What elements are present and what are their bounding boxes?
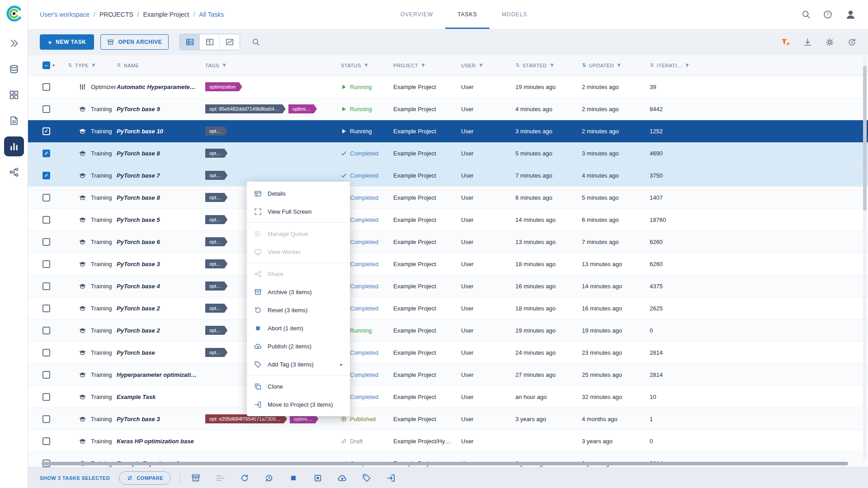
task-name[interactable]: Example Task <box>117 394 205 400</box>
help-icon[interactable]: ? <box>823 10 832 19</box>
menu-item-add-tag-3-items[interactable]: Add Tag (3 items)▸ <box>247 355 350 373</box>
task-name[interactable]: Hyperparameter optimizati… <box>117 371 205 378</box>
task-name[interactable]: PyTorch base 7 <box>117 172 205 179</box>
task-name[interactable]: PyTorch base <box>117 349 205 356</box>
filter-icon[interactable] <box>421 63 425 68</box>
column-header-type[interactable]: ⇅TYPE <box>68 62 117 68</box>
table-row[interactable]: TrainingPyTorch base 4opt…CompletedExamp… <box>28 275 868 297</box>
column-header-updated[interactable]: ⇅UPDATED <box>582 62 650 68</box>
breadcrumb-item-example-project[interactable]: Example Project <box>143 11 189 18</box>
new-task-button[interactable]: + NEW TASK <box>40 34 94 50</box>
column-header-started[interactable]: ⇅STARTED <box>515 62 582 68</box>
row-checkbox[interactable]: ✓ <box>42 127 50 135</box>
selection-menu-caret-icon[interactable]: ▾ <box>52 63 55 68</box>
table-row[interactable]: TrainingPyTorch base 2opt…CompletedExamp… <box>28 297 868 319</box>
column-header-name[interactable]: ⇅NAME <box>117 62 205 68</box>
row-checkbox[interactable]: ✓ <box>42 172 50 179</box>
column-header-iterations[interactable]: ⇅ITERATI… <box>650 62 868 68</box>
vertical-scrollbar-thumb[interactable] <box>863 66 867 211</box>
table-row[interactable]: TrainingPyTorch base 2opt…RunningExample… <box>28 319 868 342</box>
task-name[interactable]: PyTorch base 2 <box>117 327 205 334</box>
sidebar-item-projects[interactable] <box>4 85 24 105</box>
table-row[interactable]: TrainingPyTorch base 8opt…CompletedExamp… <box>28 187 868 209</box>
row-checkbox[interactable] <box>42 393 50 401</box>
row-checkbox[interactable] <box>42 194 50 202</box>
breadcrumb-item-projects[interactable]: PROJECTS <box>99 11 133 18</box>
compare-button[interactable]: COMPARE <box>119 471 171 485</box>
row-checkbox[interactable] <box>42 83 50 91</box>
breadcrumb-item-all-tasks[interactable]: All Tasks <box>199 11 224 18</box>
selected-count-label[interactable]: SHOW 3 TASKS SELECTED <box>40 475 110 481</box>
table-row[interactable]: ✓TrainingPyTorch base 10opt…RunningExamp… <box>28 120 868 142</box>
sort-icon[interactable]: ⇅ <box>117 62 121 68</box>
menu-item-archive-3-items[interactable]: Archive (3 items) <box>247 283 350 301</box>
row-checkbox[interactable] <box>42 305 50 312</box>
search-icon[interactable] <box>252 38 260 46</box>
task-name[interactable]: PyTorch base 8 <box>117 194 205 201</box>
card-view-button[interactable] <box>200 34 220 50</box>
publish-action-icon[interactable] <box>338 474 347 483</box>
sidebar-item-pipelines[interactable] <box>4 162 24 182</box>
tab-models[interactable]: MODELS <box>490 0 540 29</box>
filter-icon[interactable] <box>617 63 621 68</box>
row-checkbox[interactable] <box>42 105 50 113</box>
menu-item-abort-1-item[interactable]: Abort (1 item) <box>247 319 350 337</box>
menu-item-view-full-screen[interactable]: View Full Screen <box>247 202 350 221</box>
gear-icon[interactable] <box>826 38 834 47</box>
table-row[interactable]: TrainingPyTorch base 9opt: 85e5482ddd714… <box>28 98 868 120</box>
horizontal-scrollbar[interactable] <box>42 462 848 465</box>
row-checkbox[interactable] <box>42 437 50 445</box>
sidebar-item-getting-started[interactable] <box>4 33 24 53</box>
row-checkbox[interactable] <box>42 260 50 268</box>
sort-icon[interactable]: ⇅ <box>515 62 520 68</box>
open-archive-button[interactable]: OPEN ARCHIVE <box>100 34 169 50</box>
sidebar-item-tasks[interactable] <box>4 136 24 156</box>
tab-overview[interactable]: OVERVIEW <box>388 0 445 29</box>
row-checkbox[interactable] <box>42 282 50 290</box>
task-name[interactable]: PyTorch base 10 <box>117 128 205 135</box>
table-row[interactable]: OptimizerAutomatic Hyperparamete…optimiz… <box>28 76 868 98</box>
table-row[interactable]: TrainingPyTorch base 3opt…CompletedExamp… <box>28 253 868 275</box>
abort-all-action-icon[interactable] <box>313 474 322 483</box>
refresh-action-icon[interactable] <box>240 474 249 483</box>
task-name[interactable]: PyTorch base 9 <box>117 106 205 113</box>
column-header-user[interactable]: USER <box>461 63 515 68</box>
table-row[interactable]: TrainingPyTorch base 3opt: e205d684f7954… <box>28 408 868 430</box>
task-name[interactable]: PyTorch base 2 <box>117 305 205 312</box>
move-action-icon[interactable] <box>387 474 396 483</box>
table-row[interactable]: TrainingKeras HP optimization baseDraftE… <box>28 430 868 452</box>
autorefresh-icon[interactable] <box>848 38 856 47</box>
select-all-checkbox[interactable]: − <box>42 61 50 69</box>
task-name[interactable]: Automatic Hyperparamete… <box>117 84 205 90</box>
row-checkbox[interactable] <box>42 216 50 224</box>
row-checkbox[interactable] <box>42 327 50 334</box>
row-checkbox[interactable] <box>42 349 50 357</box>
sort-icon[interactable]: ⇅ <box>582 62 586 68</box>
task-name[interactable]: PyTorch base 8 <box>117 150 205 157</box>
clearml-logo-icon[interactable] <box>5 5 23 23</box>
filter-icon[interactable] <box>222 63 226 68</box>
row-checkbox[interactable] <box>42 371 50 379</box>
task-name[interactable]: PyTorch base 3 <box>117 261 205 267</box>
download-icon[interactable] <box>803 38 812 47</box>
table-row[interactable]: TrainingHyperparameter optimizati…Comple… <box>28 364 868 386</box>
table-row[interactable]: TrainingPyTorch base 6opt…CompletedExamp… <box>28 231 868 253</box>
avatar[interactable] <box>845 9 856 20</box>
tab-tasks[interactable]: TASKS <box>445 0 489 29</box>
vertical-scrollbar[interactable] <box>863 56 867 460</box>
table-row[interactable]: TrainingPyTorch baseopt…CompletedExample… <box>28 342 868 364</box>
table-row[interactable]: ✓TrainingPyTorch base 7opt…CompletedExam… <box>28 164 868 187</box>
sidebar-item-datasets[interactable] <box>4 59 24 79</box>
table-row[interactable]: TrainingPyTorch base 5opt…CompletedExamp… <box>28 209 868 231</box>
abort-action-icon[interactable] <box>289 474 298 483</box>
menu-item-publish-2-items[interactable]: Publish (2 items) <box>247 337 350 355</box>
filter-icon[interactable] <box>364 63 368 68</box>
task-name[interactable]: PyTorch base 5 <box>117 216 205 223</box>
table-row[interactable]: TrainingExample TaskCompletedExample Pro… <box>28 386 868 408</box>
column-header-tags[interactable]: TAGS <box>205 63 341 68</box>
task-name[interactable]: PyTorch base 3 <box>117 416 205 422</box>
breadcrumb-item-user-s-workspace[interactable]: User's workspace <box>40 11 90 18</box>
row-checkbox[interactable] <box>42 415 50 423</box>
filter-icon[interactable] <box>685 63 689 68</box>
filter-icon[interactable] <box>91 63 96 68</box>
